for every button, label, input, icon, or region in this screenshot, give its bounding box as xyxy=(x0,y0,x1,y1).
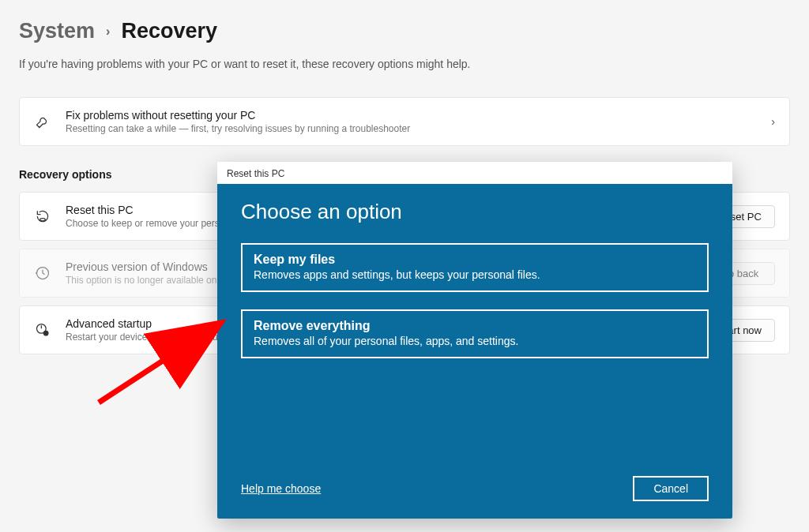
page-subtitle: If you're having problems with your PC o… xyxy=(19,58,790,70)
power-gear-icon xyxy=(34,321,51,339)
fix-problems-title: Fix problems without resetting your PC xyxy=(66,109,762,122)
dialog-titlebar: Reset this PC xyxy=(217,162,732,184)
reset-icon xyxy=(34,208,51,225)
keep-my-files-option[interactable]: Keep my files Removes apps and settings,… xyxy=(241,243,709,292)
reset-pc-dialog: Reset this PC Choose an option Keep my f… xyxy=(217,162,732,519)
svg-point-0 xyxy=(40,219,46,221)
chevron-right-icon: › xyxy=(771,115,775,128)
fix-problems-desc: Resetting can take a while — first, try … xyxy=(66,123,762,134)
breadcrumb-current: Recovery xyxy=(121,19,217,43)
keep-my-files-desc: Removes apps and settings, but keeps you… xyxy=(254,268,696,281)
cancel-button[interactable]: Cancel xyxy=(633,476,709,501)
keep-my-files-title: Keep my files xyxy=(254,253,696,267)
wrench-icon xyxy=(34,113,51,130)
remove-everything-title: Remove everything xyxy=(254,319,696,333)
remove-everything-option[interactable]: Remove everything Removes all of your pe… xyxy=(241,309,709,358)
remove-everything-desc: Removes all of your personal files, apps… xyxy=(254,335,696,347)
chevron-right-icon: › xyxy=(106,24,110,39)
dialog-heading: Choose an option xyxy=(241,200,709,224)
help-me-choose-link[interactable]: Help me choose xyxy=(241,482,321,495)
breadcrumb: System › Recovery xyxy=(19,19,790,43)
breadcrumb-parent[interactable]: System xyxy=(19,19,95,43)
svg-point-3 xyxy=(43,331,49,336)
fix-problems-card[interactable]: Fix problems without resetting your PC R… xyxy=(19,97,790,146)
history-icon xyxy=(34,264,51,282)
